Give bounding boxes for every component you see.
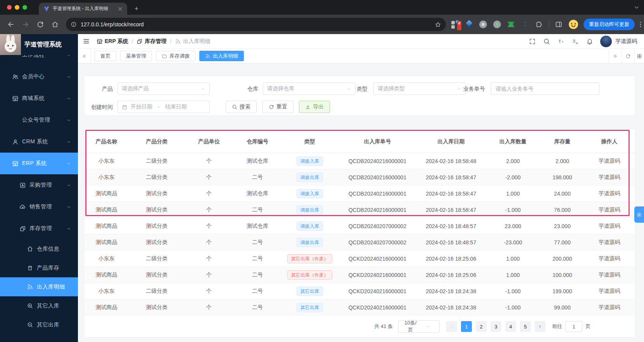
page-button-3[interactable]: 3 [490,321,501,332]
product-select[interactable]: 请选择产品 [117,82,210,95]
forward-button[interactable] [22,21,29,28]
tab-菜单管理[interactable]: 菜单管理 [120,51,152,61]
type-select[interactable]: 请选择类型 [373,82,466,95]
extension-kite-icon[interactable] [464,20,474,29]
bookmark-star-icon[interactable] [435,21,441,28]
download-icon [305,104,311,110]
table-row[interactable]: 测试商品测试分类个二号其它出库QCKD202402160000012024-02… [84,299,635,316]
minimize-window-button[interactable] [15,5,19,10]
side-panel-icon[interactable] [554,20,563,29]
site-info-icon[interactable] [71,21,77,27]
browser-tab[interactable]: 芋道管理系统 - 出入库明细 [39,3,127,15]
locale-icon[interactable]: 文A [572,38,579,45]
browser-menu-icon[interactable] [637,21,644,28]
sidebar-item-ERP 系统[interactable]: ERP 系统 [0,153,78,174]
extension-green-circle-icon[interactable] [492,20,502,29]
sidebar-item-商城系统[interactable]: 商城系统 [0,88,78,109]
refresh-page-icon[interactable] [625,53,631,59]
tab-search-icon[interactable] [633,4,640,11]
sidebar-item-销售管理[interactable]: 销售管理 [0,196,78,218]
reload-button[interactable] [36,21,44,28]
breadcrumb-item[interactable]: 出入库明细 [175,38,210,45]
app-logo[interactable]: 芋道管理系统 [0,34,78,55]
sidebar-item-其它入库[interactable]: 其它入库 [0,296,78,315]
sidebar-item-出入库明细[interactable]: 出入库明细 [0,277,78,296]
tab-出入库明细[interactable]: 出入库明细 [199,51,244,61]
breadcrumb-item[interactable]: ERP 系统 [97,38,128,45]
column-header-库存量: 库存量 [541,138,584,145]
breadcrumb-item[interactable]: 库存管理 [136,38,166,45]
tab-label: 库存调拨 [169,53,190,60]
table-row[interactable]: 测试商品测试分类个测试仓库调拨入库QCDB202402160000012024-… [84,186,635,202]
warehouse-select[interactable]: 请选择仓库 [263,82,356,95]
table-row[interactable]: 小东东二级分类个二号其它出库QCKD202402160000012024-02-… [84,283,635,299]
close-tab-icon[interactable] [117,6,123,12]
search-icon[interactable] [543,38,550,45]
table-row[interactable]: 测试商品测试分类个二号调拨出库QCDB202402160000012024-02… [84,202,635,218]
sidebar-item-公众号管理[interactable]: 公众号管理 [0,109,78,131]
notification-bell-icon[interactable] [586,38,593,45]
biz-no-input[interactable] [491,82,599,95]
sidebar-item-库存管理[interactable]: 库存管理 [0,218,78,239]
sidebar-item-仓库信息[interactable]: 仓库信息 [0,239,78,258]
page-button-4[interactable]: 4 [505,321,516,332]
sidebar-item-其它出库[interactable]: 其它出库 [0,315,78,334]
table-row[interactable]: 小东东二级分类个二号其它出库（作废）QCKD202402160000012024… [84,251,635,267]
export-button[interactable]: 导出 [299,101,330,113]
close-window-button[interactable] [7,5,12,10]
back-button[interactable] [7,21,15,28]
sidebar-item-工作流程[interactable]: 工作流程 [0,55,78,66]
new-tab-button[interactable] [132,4,141,13]
url-text[interactable]: 127.0.0.1/erp/stock/record [81,21,435,27]
user-name[interactable]: 芋道源码 [615,38,637,45]
tabs-scroll-left-icon[interactable] [81,53,87,59]
page-size-select[interactable]: 10条/页 [398,320,440,333]
extensions-puzzle-icon[interactable] [534,20,544,29]
window-controls[interactable] [7,5,27,10]
cell-order_no: QCDB20240216000001 [338,207,417,213]
table-row[interactable]: 测试商品测试分类个测试仓库调拨入库QCDB202402070000022024-… [84,218,635,234]
table-row[interactable]: 测试商品测试分类个二号其它出库（作废）QCKD20240216000001202… [84,267,635,283]
page-button-1[interactable]: 1 [461,321,472,332]
user-avatar[interactable] [600,36,612,47]
sidebar-item-CRM 系统[interactable]: CRM 系统 [0,131,78,153]
stock-record-icon [205,53,211,59]
date-start-placeholder: 开始日期 [131,103,152,110]
extension-double-chevron-icon[interactable] [520,20,530,29]
theme-settings-button[interactable] [634,206,644,223]
sidebar-item-会员中心[interactable]: 会员中心 [0,66,78,88]
zoom-window-button[interactable] [22,5,27,10]
tab-首页[interactable]: 首页 [95,51,116,61]
extension-green-star-icon[interactable] [506,20,516,29]
cell-category: 测试分类 [129,239,185,246]
cell-type: 调拨入库 [281,156,338,166]
tab-库存调拨[interactable]: 库存调拨 [156,51,195,61]
extension-gray-circle-icon[interactable] [478,20,488,29]
page-button-5[interactable]: 5 [520,321,531,332]
home-button[interactable] [51,21,59,28]
font-size-icon[interactable]: TT [558,38,565,45]
sidebar-item-采购管理[interactable]: 采购管理 [0,174,78,196]
profile-avatar[interactable] [569,20,578,29]
extension-tampermonkey-icon[interactable]: 6 [451,20,460,29]
table-row[interactable]: 测试商品测试分类个二号调拨出库QCDB202402070000022024-02… [84,234,635,251]
no-icon [12,55,19,58]
tabs-scroll-right-icon[interactable] [613,53,618,59]
sidebar-item-产品库存[interactable]: 产品库存 [0,258,78,277]
date-range-picker[interactable]: 开始日期 - 结束日期 [117,101,210,113]
stock-out-icon [27,321,33,328]
reset-button[interactable]: 重置 [262,101,294,113]
chevron-down-icon [66,74,71,79]
table-row[interactable]: 小东东二级分类个二号调拨出库QCDB202402160000012024-02-… [84,169,635,186]
table-row[interactable]: 小东东二级分类个测试仓库调拨入库QCDB202402160000012024-0… [84,153,635,169]
address-bar[interactable]: 127.0.0.1/erp/stock/record [66,18,446,31]
collapse-menu-icon[interactable] [83,38,90,45]
layout-grid-icon[interactable] [637,53,642,59]
goto-page-input[interactable] [565,321,582,332]
search-button[interactable]: 搜索 [226,101,257,113]
page-button-2[interactable]: 2 [476,321,487,332]
next-page-button[interactable] [535,321,546,332]
browser-update-button[interactable]: 重新启动即可更新 [584,19,635,30]
fullscreen-icon[interactable] [529,38,536,45]
prev-page-button[interactable] [446,321,457,332]
